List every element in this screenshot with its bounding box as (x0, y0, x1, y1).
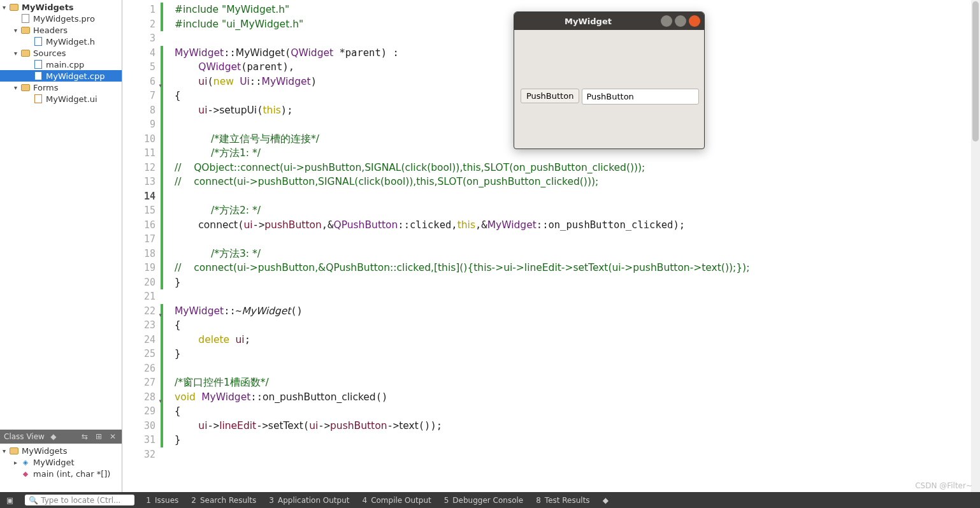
function-icon: ◆ (20, 468, 31, 479)
code-token: #include (175, 18, 222, 30)
search-results-tab[interactable]: 2Search Results (185, 492, 263, 508)
push-button[interactable]: PushButton (521, 89, 579, 103)
tab-label: Test Results (545, 496, 590, 505)
app-output-tab[interactable]: 3Application Output (263, 492, 356, 508)
classview-func[interactable]: ◆main (int, char *[]) (0, 468, 122, 479)
project-root[interactable]: ▾MyWidgets (0, 1, 122, 13)
file-label: MyWidget.h (46, 37, 95, 47)
ui-file[interactable]: MyWidget.ui (0, 93, 122, 105)
folder-icon (20, 82, 31, 92)
left-panel: ▾MyWidgets MyWidgets.pro ▾Headers MyWidg… (0, 0, 122, 492)
class-view-header: Class View ◆ ⇆ ⊞ ✕ (0, 430, 122, 444)
code-comment: /*建立信号与槽的连接*/ (198, 133, 319, 145)
expand-arrow-icon[interactable]: ▾ (3, 447, 9, 454)
pro-file[interactable]: MyWidgets.pro (0, 13, 122, 24)
tab-label: Compile Output (371, 496, 431, 505)
code-comment: // connect(ui->pushButton,SIGNAL(click(b… (175, 176, 598, 187)
code-comment: /*窗口控件1槽函数*/ (175, 377, 269, 388)
chevron-icon[interactable]: ◆ (596, 492, 615, 508)
dropdown-icon[interactable]: ◆ (48, 432, 59, 442)
expand-arrow-icon[interactable]: ▾ (3, 4, 9, 11)
sources-folder[interactable]: ▾Sources (0, 47, 122, 59)
folder-label: Headers (33, 25, 68, 35)
project-tree[interactable]: ▾MyWidgets MyWidgets.pro ▾Headers MyWidg… (0, 0, 122, 430)
class-label: MyWidget (33, 458, 75, 467)
status-bar: ▣ 🔍 Type to locate (Ctrl... 1Issues 2Sea… (0, 492, 980, 508)
code-token: "MyWidget.h" (222, 4, 289, 15)
expand-arrow-icon[interactable]: ▾ (14, 27, 20, 34)
forms-folder[interactable]: ▾Forms (0, 82, 122, 93)
issues-tab[interactable]: 1Issues (140, 492, 185, 508)
line-number-gutter[interactable]: 12345 6▾ 7891011 1213141516 1718192021 2… (122, 0, 161, 492)
file-label: main.cpp (46, 60, 84, 69)
search-icon: 🔍 (29, 496, 38, 505)
folder-icon (9, 2, 19, 12)
classview-root[interactable]: ▾MyWidgets (0, 445, 122, 456)
project-root-label: MyWidgets (22, 3, 74, 12)
split-icon[interactable]: ⊞ (94, 432, 104, 442)
code-comment: // connect(ui->pushButton,&QPushButton::… (175, 262, 749, 273)
folder-label: Forms (33, 83, 59, 92)
file-label: MyWidget.ui (46, 94, 97, 104)
folder-icon (20, 48, 31, 58)
ui-file-icon (33, 94, 43, 104)
func-label: main (int, char *[]) (33, 469, 110, 479)
classview-root-label: MyWidgets (22, 446, 67, 456)
tab-label: Debugger Console (452, 496, 523, 505)
close-icon[interactable] (689, 15, 700, 27)
compile-output-tab[interactable]: 4Compile Output (356, 492, 437, 508)
locator-search[interactable]: 🔍 Type to locate (Ctrl... (25, 495, 134, 505)
code-comment: // QObject::connect(ui->pushButton,SIGNA… (175, 162, 645, 173)
file-label: MyWidgets.pro (33, 14, 95, 24)
expand-arrow-icon[interactable]: ▾ (14, 84, 20, 91)
file-label: MyWidget.cpp (46, 71, 104, 81)
run-window-titlebar[interactable]: MyWidget (514, 12, 704, 30)
class-view[interactable]: ▾MyWidgets ▸◈MyWidget ◆main (int, char *… (0, 444, 122, 492)
class-icon: ◈ (20, 457, 31, 467)
cpp-file-icon (33, 59, 43, 69)
cpp-file-icon (33, 71, 43, 81)
collapse-arrow-icon[interactable]: ▸ (14, 459, 20, 466)
class-view-title: Class View (4, 432, 45, 441)
file-icon (20, 13, 31, 24)
search-placeholder: Type to locate (Ctrl... (41, 496, 120, 505)
mywidget-cpp-file[interactable]: MyWidget.cpp (0, 70, 122, 82)
maximize-icon[interactable] (675, 15, 686, 27)
folder-icon (9, 446, 19, 456)
line-edit[interactable] (582, 89, 699, 105)
h-file-icon (33, 36, 43, 47)
code-token: #include (175, 4, 222, 15)
close-icon[interactable]: ✕ (108, 432, 118, 442)
run-window-title: MyWidget (518, 17, 658, 26)
code-comment: /*方法1: */ (198, 147, 261, 159)
headers-folder[interactable]: ▾Headers (0, 24, 122, 36)
code-token: "ui_MyWidget.h" (222, 18, 303, 30)
folder-icon (20, 25, 31, 35)
folder-label: Sources (33, 48, 66, 58)
header-file[interactable]: MyWidget.h (0, 36, 122, 47)
vertical-scrollbar[interactable] (971, 0, 980, 492)
watermark: CSDN @Filter~ (915, 481, 972, 490)
scrollbar-thumb[interactable] (972, 1, 979, 142)
code-comment: /*方法3: */ (198, 248, 261, 259)
run-window[interactable]: MyWidget PushButton (514, 11, 705, 149)
test-results-tab[interactable]: 8Test Results (530, 492, 596, 508)
run-window-body: PushButton (514, 30, 704, 149)
classview-class[interactable]: ▸◈MyWidget (0, 456, 122, 468)
expand-arrow-icon[interactable]: ▾ (14, 50, 20, 57)
sync-icon[interactable]: ⇆ (80, 432, 90, 442)
code-comment: /*方法2: */ (198, 205, 261, 216)
tab-label: Issues (155, 496, 178, 505)
debugger-console-tab[interactable]: 5Debugger Console (438, 492, 530, 508)
tab-label: Search Results (200, 496, 256, 505)
tab-label: Application Output (278, 496, 350, 505)
minimize-icon[interactable] (661, 15, 672, 27)
panel-toggle-icon[interactable]: ▣ (0, 492, 20, 508)
main-cpp-file[interactable]: main.cpp (0, 59, 122, 70)
